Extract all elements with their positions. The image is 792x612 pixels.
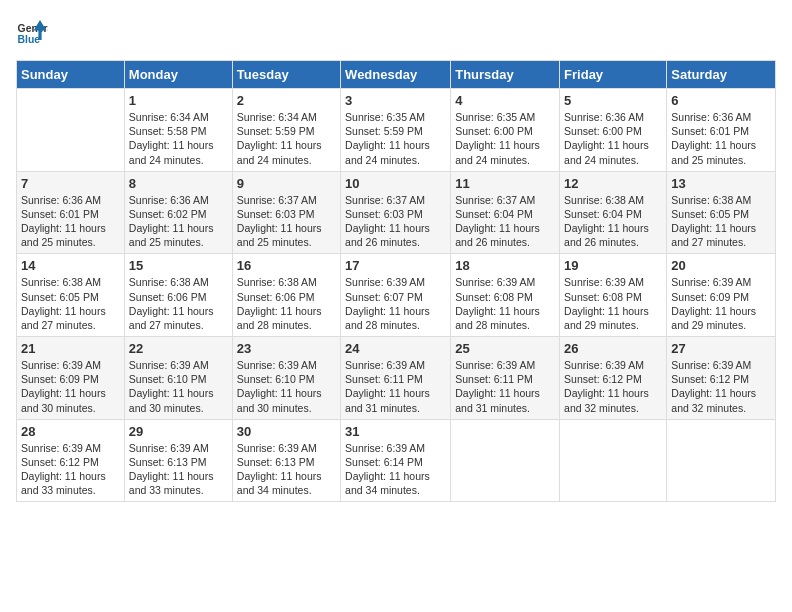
day-number: 21 (21, 341, 120, 356)
day-number: 29 (129, 424, 228, 439)
calendar-cell: 20Sunrise: 6:39 AM Sunset: 6:09 PM Dayli… (667, 254, 776, 337)
calendar-week-1: 1Sunrise: 6:34 AM Sunset: 5:58 PM Daylig… (17, 89, 776, 172)
calendar-header: SundayMondayTuesdayWednesdayThursdayFrid… (17, 61, 776, 89)
calendar-cell: 25Sunrise: 6:39 AM Sunset: 6:11 PM Dayli… (451, 337, 560, 420)
calendar-cell: 5Sunrise: 6:36 AM Sunset: 6:00 PM Daylig… (560, 89, 667, 172)
day-info: Sunrise: 6:36 AM Sunset: 6:01 PM Dayligh… (21, 193, 120, 250)
day-info: Sunrise: 6:34 AM Sunset: 5:58 PM Dayligh… (129, 110, 228, 167)
day-info: Sunrise: 6:36 AM Sunset: 6:01 PM Dayligh… (671, 110, 771, 167)
calendar-cell: 11Sunrise: 6:37 AM Sunset: 6:04 PM Dayli… (451, 171, 560, 254)
day-number: 24 (345, 341, 446, 356)
column-header-monday: Monday (124, 61, 232, 89)
calendar-cell: 23Sunrise: 6:39 AM Sunset: 6:10 PM Dayli… (232, 337, 340, 420)
calendar-week-2: 7Sunrise: 6:36 AM Sunset: 6:01 PM Daylig… (17, 171, 776, 254)
column-header-wednesday: Wednesday (341, 61, 451, 89)
day-number: 10 (345, 176, 446, 191)
calendar-cell: 15Sunrise: 6:38 AM Sunset: 6:06 PM Dayli… (124, 254, 232, 337)
day-info: Sunrise: 6:37 AM Sunset: 6:04 PM Dayligh… (455, 193, 555, 250)
calendar-cell (560, 419, 667, 502)
column-header-friday: Friday (560, 61, 667, 89)
calendar-cell: 1Sunrise: 6:34 AM Sunset: 5:58 PM Daylig… (124, 89, 232, 172)
day-info: Sunrise: 6:38 AM Sunset: 6:06 PM Dayligh… (237, 275, 336, 332)
column-header-thursday: Thursday (451, 61, 560, 89)
day-info: Sunrise: 6:38 AM Sunset: 6:06 PM Dayligh… (129, 275, 228, 332)
calendar-cell: 26Sunrise: 6:39 AM Sunset: 6:12 PM Dayli… (560, 337, 667, 420)
day-number: 9 (237, 176, 336, 191)
column-header-saturday: Saturday (667, 61, 776, 89)
calendar-cell: 21Sunrise: 6:39 AM Sunset: 6:09 PM Dayli… (17, 337, 125, 420)
day-info: Sunrise: 6:39 AM Sunset: 6:13 PM Dayligh… (237, 441, 336, 498)
calendar-cell: 13Sunrise: 6:38 AM Sunset: 6:05 PM Dayli… (667, 171, 776, 254)
day-number: 31 (345, 424, 446, 439)
calendar-week-4: 21Sunrise: 6:39 AM Sunset: 6:09 PM Dayli… (17, 337, 776, 420)
calendar-cell: 9Sunrise: 6:37 AM Sunset: 6:03 PM Daylig… (232, 171, 340, 254)
day-info: Sunrise: 6:39 AM Sunset: 6:13 PM Dayligh… (129, 441, 228, 498)
day-number: 25 (455, 341, 555, 356)
calendar-cell: 24Sunrise: 6:39 AM Sunset: 6:11 PM Dayli… (341, 337, 451, 420)
day-info: Sunrise: 6:34 AM Sunset: 5:59 PM Dayligh… (237, 110, 336, 167)
day-info: Sunrise: 6:38 AM Sunset: 6:04 PM Dayligh… (564, 193, 662, 250)
day-info: Sunrise: 6:35 AM Sunset: 6:00 PM Dayligh… (455, 110, 555, 167)
day-info: Sunrise: 6:39 AM Sunset: 6:12 PM Dayligh… (21, 441, 120, 498)
calendar-week-5: 28Sunrise: 6:39 AM Sunset: 6:12 PM Dayli… (17, 419, 776, 502)
day-number: 5 (564, 93, 662, 108)
day-info: Sunrise: 6:39 AM Sunset: 6:10 PM Dayligh… (129, 358, 228, 415)
calendar-cell: 4Sunrise: 6:35 AM Sunset: 6:00 PM Daylig… (451, 89, 560, 172)
day-number: 12 (564, 176, 662, 191)
calendar-cell: 16Sunrise: 6:38 AM Sunset: 6:06 PM Dayli… (232, 254, 340, 337)
day-number: 6 (671, 93, 771, 108)
calendar-table: SundayMondayTuesdayWednesdayThursdayFrid… (16, 60, 776, 502)
calendar-cell: 17Sunrise: 6:39 AM Sunset: 6:07 PM Dayli… (341, 254, 451, 337)
day-info: Sunrise: 6:39 AM Sunset: 6:10 PM Dayligh… (237, 358, 336, 415)
day-number: 26 (564, 341, 662, 356)
day-info: Sunrise: 6:39 AM Sunset: 6:09 PM Dayligh… (671, 275, 771, 332)
day-info: Sunrise: 6:37 AM Sunset: 6:03 PM Dayligh… (345, 193, 446, 250)
day-number: 30 (237, 424, 336, 439)
calendar-cell: 30Sunrise: 6:39 AM Sunset: 6:13 PM Dayli… (232, 419, 340, 502)
day-info: Sunrise: 6:36 AM Sunset: 6:00 PM Dayligh… (564, 110, 662, 167)
column-header-tuesday: Tuesday (232, 61, 340, 89)
calendar-cell: 14Sunrise: 6:38 AM Sunset: 6:05 PM Dayli… (17, 254, 125, 337)
day-number: 27 (671, 341, 771, 356)
day-info: Sunrise: 6:39 AM Sunset: 6:08 PM Dayligh… (455, 275, 555, 332)
day-info: Sunrise: 6:38 AM Sunset: 6:05 PM Dayligh… (21, 275, 120, 332)
calendar-cell (17, 89, 125, 172)
calendar-cell: 6Sunrise: 6:36 AM Sunset: 6:01 PM Daylig… (667, 89, 776, 172)
calendar-cell: 8Sunrise: 6:36 AM Sunset: 6:02 PM Daylig… (124, 171, 232, 254)
day-info: Sunrise: 6:35 AM Sunset: 5:59 PM Dayligh… (345, 110, 446, 167)
day-number: 8 (129, 176, 228, 191)
day-info: Sunrise: 6:39 AM Sunset: 6:08 PM Dayligh… (564, 275, 662, 332)
day-number: 22 (129, 341, 228, 356)
calendar-week-3: 14Sunrise: 6:38 AM Sunset: 6:05 PM Dayli… (17, 254, 776, 337)
day-info: Sunrise: 6:39 AM Sunset: 6:14 PM Dayligh… (345, 441, 446, 498)
calendar-cell: 7Sunrise: 6:36 AM Sunset: 6:01 PM Daylig… (17, 171, 125, 254)
day-number: 16 (237, 258, 336, 273)
calendar-cell (451, 419, 560, 502)
day-number: 13 (671, 176, 771, 191)
day-number: 7 (21, 176, 120, 191)
calendar-cell: 29Sunrise: 6:39 AM Sunset: 6:13 PM Dayli… (124, 419, 232, 502)
calendar-cell: 10Sunrise: 6:37 AM Sunset: 6:03 PM Dayli… (341, 171, 451, 254)
day-number: 18 (455, 258, 555, 273)
calendar-cell: 18Sunrise: 6:39 AM Sunset: 6:08 PM Dayli… (451, 254, 560, 337)
svg-text:Blue: Blue (18, 34, 41, 45)
day-info: Sunrise: 6:39 AM Sunset: 6:11 PM Dayligh… (455, 358, 555, 415)
calendar-cell: 28Sunrise: 6:39 AM Sunset: 6:12 PM Dayli… (17, 419, 125, 502)
day-info: Sunrise: 6:39 AM Sunset: 6:12 PM Dayligh… (564, 358, 662, 415)
day-number: 20 (671, 258, 771, 273)
day-info: Sunrise: 6:39 AM Sunset: 6:07 PM Dayligh… (345, 275, 446, 332)
page-header: General Blue (16, 16, 776, 48)
day-number: 23 (237, 341, 336, 356)
day-number: 1 (129, 93, 228, 108)
day-info: Sunrise: 6:36 AM Sunset: 6:02 PM Dayligh… (129, 193, 228, 250)
calendar-cell (667, 419, 776, 502)
day-number: 28 (21, 424, 120, 439)
day-info: Sunrise: 6:39 AM Sunset: 6:09 PM Dayligh… (21, 358, 120, 415)
logo: General Blue (16, 16, 48, 48)
day-number: 11 (455, 176, 555, 191)
column-header-sunday: Sunday (17, 61, 125, 89)
day-info: Sunrise: 6:38 AM Sunset: 6:05 PM Dayligh… (671, 193, 771, 250)
calendar-cell: 31Sunrise: 6:39 AM Sunset: 6:14 PM Dayli… (341, 419, 451, 502)
day-info: Sunrise: 6:37 AM Sunset: 6:03 PM Dayligh… (237, 193, 336, 250)
calendar-cell: 3Sunrise: 6:35 AM Sunset: 5:59 PM Daylig… (341, 89, 451, 172)
